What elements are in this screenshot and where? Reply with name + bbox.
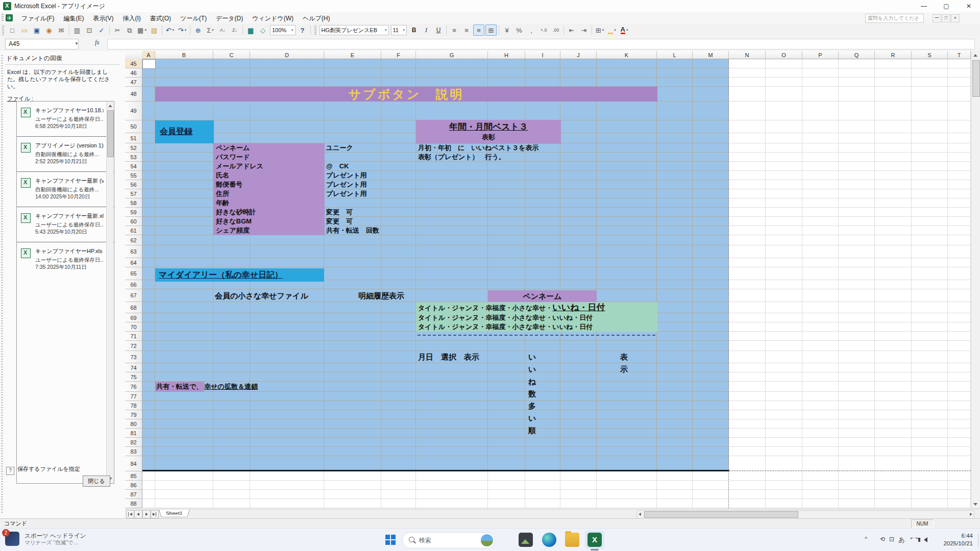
font-size-select[interactable]: 11▾ — [391, 25, 407, 35]
row-header-81[interactable]: 81 — [125, 429, 142, 438]
italic-icon[interactable]: I — [421, 24, 432, 36]
row-header-73[interactable]: 73 — [125, 351, 142, 363]
fill-color-icon[interactable]: ▂▾ — [606, 24, 618, 36]
column-header-D[interactable]: D — [250, 51, 324, 59]
taskbar-edge-icon[interactable] — [542, 533, 556, 547]
row-header-48[interactable]: 48 — [125, 87, 142, 102]
currency-icon[interactable]: ¥ — [501, 24, 512, 36]
row-header-83[interactable]: 83 — [125, 447, 142, 456]
row-header-74[interactable]: 74 — [125, 363, 142, 372]
detail-history-label[interactable]: 明細履歴表示 — [358, 289, 404, 302]
borders-icon[interactable]: ⊞▾ — [594, 24, 605, 36]
formula-input[interactable] — [107, 39, 975, 49]
row-header-60[interactable]: 60 — [125, 217, 142, 226]
save-icon[interactable]: ▣ — [31, 24, 42, 36]
align-right-icon[interactable]: ≡ — [473, 24, 484, 36]
menu-挿入[interactable]: 挿入(I) — [118, 14, 145, 23]
merge-center-icon[interactable]: ⊞ — [485, 24, 497, 36]
column-header-E[interactable]: E — [324, 51, 381, 59]
format-painter-icon[interactable]: ▧ — [149, 24, 160, 36]
row-header-87[interactable]: 87 — [125, 490, 142, 499]
row-header-80[interactable]: 80 — [125, 419, 142, 429]
scroll-thumb[interactable] — [972, 60, 980, 97]
wifi-icon[interactable] — [911, 538, 918, 543]
row-header-64[interactable]: 64 — [125, 258, 142, 267]
row-header-58[interactable]: 58 — [125, 198, 142, 208]
row-header-53[interactable]: 53 — [125, 153, 142, 162]
name-box-dropdown-icon[interactable]: ▼ — [72, 39, 81, 48]
row-header-50[interactable]: 50 — [125, 120, 142, 133]
print-icon[interactable]: ▥ — [71, 24, 83, 36]
specify-files-link[interactable]: ?保存するファイルを指定 — [6, 465, 80, 475]
sort-asc-icon[interactable]: A↓ — [217, 24, 228, 36]
sort-desc-icon[interactable]: Z↓ — [229, 24, 240, 36]
zoom-select[interactable]: 100%▾ — [270, 25, 296, 35]
drawing-icon[interactable]: ◇ — [257, 24, 268, 36]
align-left-icon[interactable]: ≡ — [449, 24, 460, 36]
row-header-69[interactable]: 69 — [125, 313, 142, 322]
row-header-49[interactable]: 49 — [125, 102, 142, 120]
row-header-59[interactable]: 59 — [125, 208, 142, 217]
row-header-47[interactable]: 47 — [125, 78, 142, 87]
bold-icon[interactable]: B — [408, 24, 420, 36]
copy-icon[interactable]: ⧉ — [124, 24, 135, 36]
row-header-86[interactable]: 86 — [125, 481, 142, 490]
row-header-62[interactable]: 62 — [125, 235, 142, 245]
row-header-61[interactable]: 61 — [125, 226, 142, 235]
row-header-72[interactable]: 72 — [125, 341, 142, 351]
scroll-thumb[interactable] — [644, 511, 798, 518]
column-header-F[interactable]: F — [381, 51, 416, 59]
row-header-76[interactable]: 76 — [125, 382, 142, 392]
column-header-P[interactable]: P — [802, 51, 839, 59]
widgets-button[interactable]: 2 スポーツ ヘッドライン マリナーズ "自滅"で... — [5, 532, 86, 546]
row-header-52[interactable]: 52 — [125, 143, 142, 153]
row-header-88[interactable]: 88 — [125, 499, 142, 508]
happy-file-label[interactable]: 会員の小さな幸せファイル — [215, 289, 308, 302]
row-header-66[interactable]: 66 — [125, 280, 142, 289]
column-header-R[interactable]: R — [875, 51, 912, 59]
help-question-input[interactable]: 質問を入力してください — [865, 14, 924, 23]
font-name-select[interactable]: HG創英プレゼンスEB▾ — [320, 25, 389, 35]
increase-indent-icon[interactable]: ⇥ — [578, 24, 590, 36]
align-center-icon[interactable]: ≡ — [461, 24, 472, 36]
pane-scrollbar[interactable] — [106, 102, 113, 483]
recovered-file-item[interactable]: キャンプファイヤー最新.xls ...ユーザーによる最終保存日...5:43 2… — [17, 207, 114, 242]
recovered-file-item[interactable]: キャンプファイヤー10.18.xls ...ユーザーによる最終保存日...6:5… — [17, 102, 114, 136]
row-header-79[interactable]: 79 — [125, 410, 142, 419]
column-header-B[interactable]: B — [155, 51, 213, 59]
row-header-54[interactable]: 54 — [125, 162, 142, 171]
date-select-row[interactable]: 月日 選択 表示 いいね数多い順 表示 — [418, 351, 479, 363]
best3-note-line2[interactable]: 表彰（プレゼント） 行う。 — [418, 153, 505, 162]
row-header-45[interactable]: 45 — [125, 59, 142, 68]
row-header-56[interactable]: 56 — [125, 180, 142, 189]
percent-icon[interactable]: % — [513, 24, 525, 36]
underline-icon[interactable]: U — [433, 24, 444, 36]
row-header-63[interactable]: 63 — [125, 245, 142, 258]
column-header-H[interactable]: H — [488, 51, 525, 59]
menu-書式[interactable]: 書式(O) — [145, 14, 176, 23]
autosum-icon[interactable]: Σ▾ — [205, 24, 216, 36]
tray-chevron-icon[interactable]: ^ — [865, 536, 867, 542]
row-header-82[interactable]: 82 — [125, 438, 142, 447]
column-header-N[interactable]: N — [729, 51, 766, 59]
comma-icon[interactable]: , — [526, 24, 537, 36]
column-header-L[interactable]: L — [657, 51, 693, 59]
column-header-G[interactable]: G — [416, 51, 488, 59]
row-header-84[interactable]: 84 — [125, 456, 142, 471]
next-sheet-icon[interactable] — [142, 510, 151, 518]
workbook-minimize-button[interactable]: ー — [933, 14, 941, 22]
mail-icon[interactable]: ✉ — [56, 24, 67, 36]
diary-rows-block[interactable]: タイトル・ジャンヌ・幸福度・小さな幸せ・いいね・日付 タイトル・ジャンヌ・幸福度… — [416, 302, 657, 332]
decrease-decimal-icon[interactable]: .00 — [550, 24, 561, 36]
workbook-restore-button[interactable]: □ — [942, 14, 950, 22]
start-button[interactable] — [385, 535, 396, 545]
taskbar-photos-icon[interactable] — [519, 533, 533, 547]
hyperlink-icon[interactable]: ⊕ — [192, 24, 204, 36]
chart-wizard-icon[interactable]: ▆ — [245, 24, 256, 36]
sheet-tab-sheet1[interactable]: Sheet1 — [159, 510, 190, 517]
last-sheet-icon[interactable] — [151, 510, 159, 518]
member-field-labels[interactable]: ペンネームパスワードメールアドレス氏名郵便番号住所年齢好きな砂時計好きなBGMシ… — [213, 143, 325, 235]
maximize-button[interactable]: ▢ — [935, 0, 958, 12]
decrease-indent-icon[interactable]: ⇤ — [566, 24, 577, 36]
row-header-57[interactable]: 57 — [125, 189, 142, 198]
